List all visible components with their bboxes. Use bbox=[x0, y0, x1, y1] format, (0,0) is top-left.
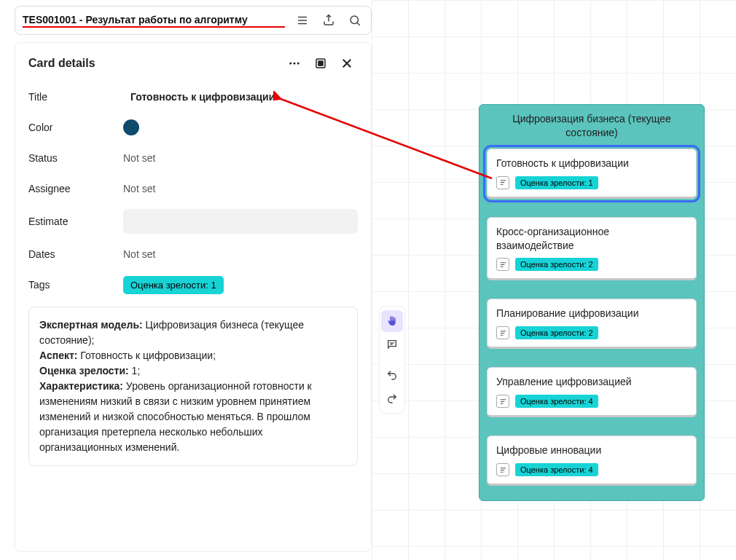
estimate-input[interactable] bbox=[123, 209, 358, 234]
undo-button[interactable] bbox=[381, 364, 403, 386]
board-card-tag: Оценка зрелости: 1 bbox=[515, 176, 598, 189]
description-box[interactable]: Экспертная модель: Цифровизация бизнеса … bbox=[28, 307, 358, 466]
panel-title: Card details bbox=[28, 57, 283, 70]
card-details-panel: Card details Title Готовность к цифровиз… bbox=[15, 42, 372, 552]
board-card[interactable]: Готовность к цифровизацииОценка зрелости… bbox=[487, 149, 697, 199]
estimate-label: Estimate bbox=[28, 216, 123, 227]
title-value[interactable]: Готовность к цифровизации bbox=[123, 91, 358, 103]
description-icon bbox=[496, 463, 509, 476]
desc-char-label: Характеристика: bbox=[39, 380, 123, 392]
color-label: Color bbox=[28, 122, 123, 133]
status-value[interactable]: Not set bbox=[123, 152, 358, 164]
board-card[interactable]: Управление цифровизациейОценка зрелости:… bbox=[487, 367, 697, 417]
svg-point-6 bbox=[289, 63, 291, 65]
desc-aspect-value: Готовность к цифровизации; bbox=[77, 350, 216, 361]
menu-button[interactable] bbox=[289, 9, 316, 32]
redo-button[interactable] bbox=[381, 387, 403, 409]
svg-line-5 bbox=[357, 23, 360, 25]
description-icon bbox=[496, 176, 509, 189]
share-button[interactable] bbox=[316, 9, 342, 32]
board-card-title: Кросс-организационное взаимодействие bbox=[496, 225, 687, 253]
board-name[interactable]: TES001001 - Результат работы по алгоритм… bbox=[23, 14, 285, 28]
more-actions-button[interactable] bbox=[283, 53, 305, 74]
board-card[interactable]: Планирование цифровизацииОценка зрелости… bbox=[487, 299, 697, 349]
board-card-title: Цифровые инновации bbox=[496, 443, 687, 457]
description-icon bbox=[496, 326, 509, 339]
status-label: Status bbox=[28, 152, 123, 164]
desc-model-label: Экспертная модель: bbox=[39, 319, 143, 331]
assignee-value[interactable]: Not set bbox=[123, 183, 358, 194]
board-card-title: Управление цифровизацией bbox=[496, 375, 687, 389]
topbar: TES001001 - Результат работы по алгоритм… bbox=[15, 6, 372, 35]
hand-tool-button[interactable] bbox=[381, 310, 403, 332]
search-button[interactable] bbox=[342, 9, 368, 32]
close-button[interactable] bbox=[336, 53, 358, 74]
canvas-toolbar bbox=[379, 306, 405, 414]
board-card[interactable]: Кросс-организационное взаимодействиеОцен… bbox=[487, 217, 697, 281]
desc-score-label: Оценка зрелости: bbox=[39, 365, 129, 376]
board-card-tag: Оценка зрелости: 4 bbox=[515, 463, 598, 476]
description-icon bbox=[496, 395, 509, 408]
board-column[interactable]: Цифровизация бизнеса (текущее состояние)… bbox=[479, 104, 705, 501]
svg-point-4 bbox=[351, 16, 359, 24]
dates-value[interactable]: Not set bbox=[123, 248, 358, 260]
desc-score-value: 1; bbox=[129, 365, 141, 376]
board-card-tag: Оценка зрелости: 4 bbox=[515, 395, 598, 408]
board-card[interactable]: Цифровые инновацииОценка зрелости: 4 bbox=[487, 435, 697, 486]
desc-aspect-label: Аспект: bbox=[39, 350, 77, 361]
dates-label: Dates bbox=[28, 248, 123, 260]
assignee-label: Assignee bbox=[28, 183, 123, 194]
svg-rect-10 bbox=[318, 61, 323, 66]
board-card-title: Планирование цифровизации bbox=[496, 307, 687, 320]
tags-label: Tags bbox=[28, 279, 123, 291]
svg-point-8 bbox=[297, 63, 300, 65]
comment-tool-button[interactable] bbox=[381, 334, 403, 355]
description-icon bbox=[496, 258, 509, 271]
board-column-title: Цифровизация бизнеса (текущее состояние) bbox=[487, 112, 697, 140]
toggle-layout-button[interactable] bbox=[310, 53, 332, 74]
tag-chip[interactable]: Оценка зрелости: 1 bbox=[123, 276, 224, 294]
board-card-title: Готовность к цифровизации bbox=[496, 157, 687, 170]
color-swatch[interactable] bbox=[123, 119, 139, 135]
board-card-tag: Оценка зрелости: 2 bbox=[515, 326, 598, 339]
svg-point-7 bbox=[294, 63, 296, 65]
board-card-tag: Оценка зрелости: 2 bbox=[515, 258, 598, 271]
title-label: Title bbox=[28, 91, 123, 103]
